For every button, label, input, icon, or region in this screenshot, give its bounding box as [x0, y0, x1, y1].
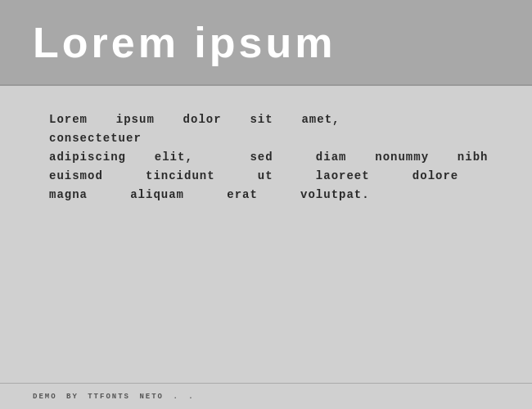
footer: DEMO BY TTFONTS NETO . . — [0, 383, 532, 409]
body-text: Lorem ipsum dolor sit amet, consectetuer… — [49, 110, 499, 204]
header: Lorem ipsum — [0, 0, 532, 86]
footer-text: DEMO BY TTFONTS NETO . . — [33, 393, 195, 401]
page-title: Lorem ipsum — [33, 18, 336, 67]
main-content: Lorem ipsum dolor sit amet, consectetuer… — [0, 86, 532, 364]
